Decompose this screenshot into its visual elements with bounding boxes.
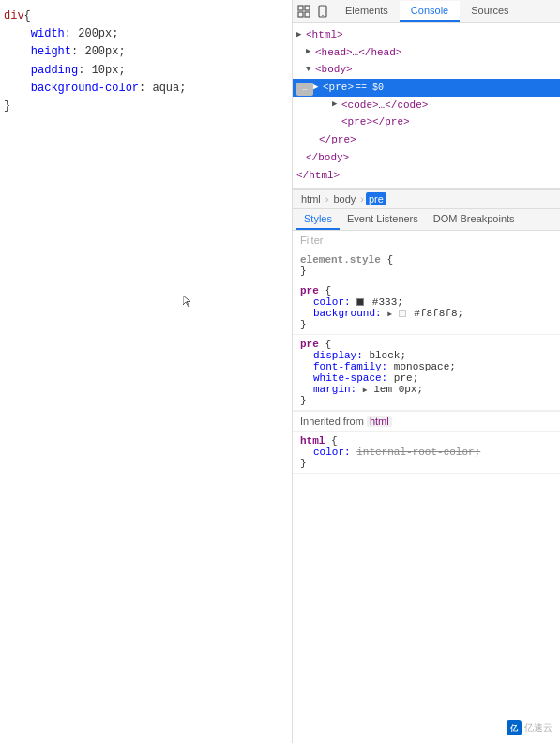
expand-head[interactable]: ▶ [306,45,315,59]
rule-prop-font-family: font-family: monospace; [300,361,552,372]
rule-prop-display: display: block; [300,350,552,361]
tree-html-close: </html> [293,167,560,185]
rule-prop-margin: margin: ▶ 1em 0px; [300,384,552,395]
prop-padding: padding [31,64,78,77]
sub-tabs: Styles Event Listeners DOM Breakpoints [293,209,560,231]
rule-selector-pre-2: pre [300,339,319,350]
tree-pre-selected[interactable]: … ▶ <pre> == $0 [293,79,560,97]
watermark: 亿 亿速云 [507,720,552,735]
tree-code[interactable]: ▶ <code>…</code> [293,97,560,114]
code-line-2: width: 200px; [4,25,288,43]
svg-rect-3 [298,12,303,17]
swatch-color[interactable] [356,298,364,306]
watermark-text: 亿速云 [524,721,552,735]
rule-prop-white-space: white-space: pre; [300,372,552,384]
svg-rect-4 [305,12,310,17]
code-line-6: } [4,98,288,115]
top-tabs: Elements Console Sources [334,1,556,22]
code-line-4: padding: 10px; [4,62,288,80]
tree-html[interactable]: ▶ <html> [293,26,560,44]
tree-pre-inner[interactable]: <pre></pre> [293,114,560,131]
tab-elements[interactable]: Elements [334,1,400,22]
tree-head[interactable]: ▶ <head>…</head> [293,44,560,62]
mouse-cursor [183,296,194,307]
rule-prop-color-inherited: color: internal-root-color; [300,447,552,458]
watermark-logo: 亿 [507,720,522,735]
breadcrumb-html[interactable]: html [298,192,324,205]
styles-panel: element.style { } pre { color: #333; [293,250,560,743]
margin-triangle-icon[interactable]: ▶ [363,386,368,394]
tab-sources[interactable]: Sources [460,1,520,22]
tab-console[interactable]: Console [400,1,460,22]
expand-html[interactable]: ▶ [296,28,306,42]
expand-code[interactable]: ▶ [332,98,341,112]
code-line-5: background-color: aqua; [4,80,288,98]
svg-point-6 [322,14,323,15]
tag-pre-inner: <pre></pre> [341,114,410,131]
code-line-1: div{ [4,8,288,25]
filter-label: Filter [300,235,323,246]
rule-selector-html: html [300,435,325,447]
rule-selector-element: element.style [300,254,381,265]
tab-dom-breakpoints[interactable]: DOM Breakpoints [426,209,522,230]
tree-body-close: </body> [293,149,560,167]
inherited-tag: html [367,416,392,427]
dots-button[interactable]: … [296,83,313,96]
expand-pre[interactable]: ▶ [313,81,323,95]
dots-placeholder: … [296,79,313,97]
tag-head: <head>…</head> [315,44,401,62]
inspect-icon[interactable] [296,4,311,19]
tag-pre: <pre> [323,79,354,97]
tag-body-close: </body> [306,149,349,167]
rule-element-style: element.style { } [293,250,560,281]
devtools-panel: Elements Console Sources ▶ <html> ▶ <hea… [293,0,560,743]
inherited-label: Inherited from [300,416,364,427]
html-tree: ▶ <html> ▶ <head>…</head> ▼ <body> … ▶ <… [293,23,560,189]
prop-height: height [31,45,71,58]
tree-body[interactable]: ▼ <body> [293,61,560,79]
tab-event-listeners[interactable]: Event Listeners [340,209,426,230]
swatch-background[interactable] [399,310,406,317]
svg-rect-2 [305,6,310,10]
rule-prop-color: color: #333; [300,296,552,308]
tag-html: <html> [306,26,343,44]
rule-prop-background: background: ▶ #f8f8f8; [300,308,552,319]
tag-pre-close: </pre> [319,131,356,149]
selector-div: div [4,9,24,23]
tag-html-close: </html> [296,167,340,185]
rule-selector-pre-1: pre [300,285,319,296]
rule-pre-2: pre { display: block; font-family: monos… [293,335,560,411]
expand-body[interactable]: ▼ [306,63,315,77]
mobile-icon[interactable] [315,4,330,19]
breadcrumb-body[interactable]: body [330,192,358,205]
code-editor: div{ width: 200px; height: 200px; paddin… [0,0,293,743]
filter-bar: Filter [293,231,560,250]
breadcrumb: html › body › pre [293,189,560,209]
tree-pre-close: </pre> [293,131,560,149]
breadcrumb-pre[interactable]: pre [366,192,386,205]
equals-sign: == $0 [356,80,384,96]
svg-marker-0 [183,296,190,307]
tag-code: <code>…</code> [341,97,428,114]
inherited-from: Inherited from html [293,411,560,432]
rule-pre-1: pre { color: #333; background: ▶ #f8f8f8… [293,281,560,335]
triangle-icon[interactable]: ▶ [387,310,392,318]
code-line-3: height: 200px; [4,43,288,61]
svg-rect-1 [298,6,303,10]
tag-body: <body> [315,61,353,79]
prop-width: width [31,27,65,40]
tab-styles[interactable]: Styles [296,209,340,230]
rule-html-inherited: html { color: internal-root-color; } [293,432,560,474]
prop-bg-color: background-color [31,82,139,95]
devtools-toolbar: Elements Console Sources [293,0,560,23]
